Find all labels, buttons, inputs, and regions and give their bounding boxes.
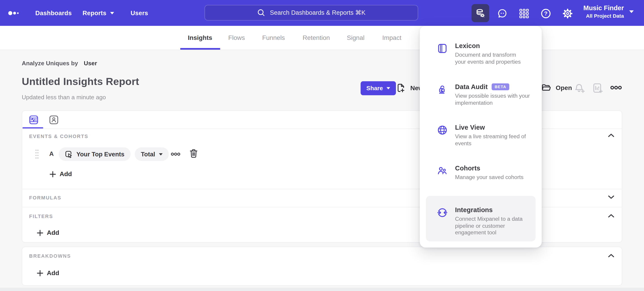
file-plus-icon (396, 82, 406, 94)
tab-funnels-label: Funnels (262, 34, 285, 41)
beta-badge: BETA (492, 83, 509, 90)
menu-item-title: Lexicon (455, 42, 480, 50)
menu-item-description: Manage your saved cohorts (455, 174, 524, 181)
settings-button[interactable] (562, 8, 574, 19)
add-filter-label: Add (47, 229, 59, 237)
tab-funnels[interactable]: Funnels (262, 26, 285, 50)
menu-item-integrations[interactable]: Integrations Connect Mixpanel to a data … (437, 207, 535, 236)
chart-plus-icon (592, 82, 604, 94)
folder-open-icon (541, 83, 552, 92)
caret-down-icon (159, 153, 162, 155)
cursor-click-icon (65, 150, 72, 158)
add-breakdown-button[interactable]: Add (37, 269, 59, 277)
cohorts-people-icon (437, 165, 448, 176)
nav-dashboards-label: Dashboards (35, 9, 72, 16)
active-tab-underline (180, 48, 220, 50)
breakdowns-card: BREAKDOWNS Add (22, 247, 622, 286)
menu-item-description: View possible issues with your implement… (455, 93, 530, 106)
add-event-button[interactable]: Add (50, 170, 72, 178)
lexicon-book-icon (437, 43, 448, 54)
grid-icon (519, 8, 529, 18)
nav-reports[interactable]: Reports (82, 0, 114, 26)
tab-flows[interactable]: Flows (228, 26, 245, 50)
feedback-button[interactable] (496, 8, 508, 19)
formulas-expand-chevron-down-icon[interactable] (608, 195, 614, 199)
open-report-label: Open (556, 84, 572, 91)
metric-select-button[interactable]: Total (135, 147, 169, 161)
tab-impact[interactable]: Impact (382, 26, 401, 50)
feedback-bubble-icon (497, 8, 508, 19)
tab-signal[interactable]: Signal (347, 26, 364, 50)
event-select-button[interactable]: Your Top Events (59, 147, 130, 161)
tab-retention[interactable]: Retention (303, 26, 330, 50)
share-button[interactable]: Share (360, 81, 396, 95)
event-select-label: Your Top Events (76, 151, 124, 158)
plus-icon (37, 230, 43, 236)
pulse-chart-icon (29, 115, 38, 124)
search-input[interactable]: Search Dashboards & Reports ⌘K (204, 5, 418, 21)
bottom-strip (0, 288, 644, 291)
svg-text:?: ? (544, 10, 548, 16)
filters-collapse-chevron-up-icon[interactable] (608, 214, 614, 218)
metric-select-label: Total (141, 151, 155, 158)
analyze-label: Analyze Uniques by (22, 60, 78, 66)
event-row-delete-button[interactable] (189, 149, 198, 158)
updated-status: Updated less than a minute ago (22, 94, 106, 101)
data-management-button[interactable] (472, 4, 489, 22)
events-section-label: EVENTS & COHORTS (29, 133, 88, 139)
event-row-drag-handle[interactable] (35, 149, 39, 159)
nav-users[interactable]: Users (130, 0, 148, 26)
menu-item-live-view[interactable]: Live View View a live streaming feed of … (437, 124, 535, 147)
plus-icon (37, 270, 43, 276)
event-row-letter: A (49, 150, 54, 157)
apps-grid-button[interactable] (518, 8, 530, 19)
new-report-button[interactable]: New (396, 82, 423, 94)
menu-item-lexicon[interactable]: Lexicon Document and transform your even… (437, 42, 535, 65)
menu-item-description: View a live streaming feed of events (455, 133, 526, 147)
help-button[interactable]: ? (540, 8, 552, 19)
view-tab-profiles[interactable] (49, 115, 58, 124)
project-switcher[interactable]: Music Finder All Project Data (584, 4, 634, 19)
event-row-more-button[interactable] (171, 152, 180, 156)
tab-impact-label: Impact (382, 34, 401, 41)
tab-retention-label: Retention (303, 34, 330, 41)
view-tab-events[interactable] (29, 115, 38, 124)
top-navigation-bar: Dashboards Reports Users Search Dashboar… (0, 0, 644, 26)
alert-bell-button[interactable] (574, 83, 586, 94)
integrations-sync-icon (437, 207, 448, 218)
project-name: Music Finder (584, 4, 624, 12)
mixpanel-logo-icon[interactable] (8, 9, 20, 17)
add-filter-button[interactable]: Add (37, 229, 59, 237)
menu-item-title: Cohorts (455, 165, 480, 172)
open-report-button[interactable]: Open (541, 83, 572, 92)
tab-signal-label: Signal (347, 34, 364, 41)
tab-insights[interactable]: Insights (188, 26, 212, 50)
report-tabbar: Insights Flows Funnels Retention Signal … (0, 26, 644, 50)
breakdowns-collapse-chevron-up-icon[interactable] (608, 254, 614, 257)
trash-icon (189, 149, 198, 158)
filters-section-label: FILTERS (29, 214, 53, 219)
menu-item-cohorts[interactable]: Cohorts Manage your saved cohorts (437, 165, 535, 181)
search-placeholder: Search Dashboards & Reports ⌘K (270, 9, 365, 16)
page-title[interactable]: Untitled Insights Report (22, 75, 139, 87)
events-collapse-chevron-up-icon[interactable] (608, 133, 614, 137)
search-icon (257, 8, 265, 17)
live-view-globe-icon (437, 125, 448, 136)
data-management-dropdown: Lexicon Document and transform your even… (420, 26, 542, 248)
report-more-menu-button[interactable] (610, 85, 622, 90)
menu-item-description: Document and transform your events and p… (455, 52, 521, 65)
analyze-value-selector[interactable]: User (84, 60, 97, 66)
caret-down-icon (629, 10, 634, 13)
nav-dashboards[interactable]: Dashboards (35, 0, 72, 26)
profile-card-icon (49, 115, 58, 124)
nav-users-label: Users (130, 9, 148, 16)
menu-item-data-audit[interactable]: Data Audit BETA View possible issues wit… (437, 83, 535, 106)
plus-icon (50, 171, 56, 177)
menu-item-description: Connect Mixpanel to a data pipeline or c… (455, 216, 523, 236)
more-dots-icon (610, 85, 622, 90)
tab-flows-label: Flows (228, 34, 245, 41)
add-to-board-button[interactable] (592, 82, 604, 94)
formulas-section-label: FORMULAS (29, 195, 62, 201)
nav-reports-label: Reports (82, 9, 106, 16)
tab-insights-label: Insights (188, 34, 212, 41)
